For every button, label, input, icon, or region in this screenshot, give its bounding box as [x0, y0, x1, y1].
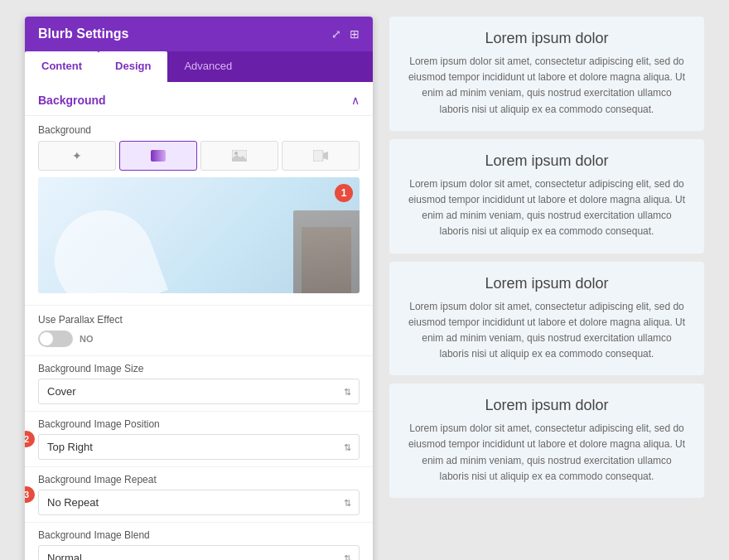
badge-1: 1 [335, 184, 353, 202]
columns-icon[interactable]: ⊞ [350, 27, 360, 41]
blurb-card-1: Lorem ipsum dolor Lorem ipsum dolor sit … [389, 17, 704, 131]
chevron-up-icon[interactable]: ∧ [351, 94, 360, 107]
blurb-card-3-text: Lorem ipsum dolor sit amet, consectetur … [406, 299, 688, 363]
svg-point-2 [234, 152, 238, 155]
image-position-label: Background Image Position [38, 418, 360, 430]
blurb-card-3: Lorem ipsum dolor Lorem ipsum dolor sit … [389, 262, 704, 376]
blurb-card-2-title: Lorem ipsum dolor [406, 152, 688, 170]
image-blend-group: Background Image Blend Normal Multiply S… [25, 522, 373, 560]
image-repeat-select-wrapper: No Repeat Repeat Repeat X Repeat Y [38, 490, 360, 515]
panel-body: Background ∧ Background ✦ 1 [25, 82, 373, 560]
parallax-section: Use Parallax Effect NO [25, 305, 373, 355]
image-blend-select-wrapper: Normal Multiply Screen Overlay [38, 545, 360, 560]
bg-gradient-btn[interactable] [119, 141, 197, 171]
blurb-card-4: Lorem ipsum dolor Lorem ipsum dolor sit … [389, 384, 704, 498]
image-blend-label: Background Image Blend [38, 529, 360, 541]
tab-design[interactable]: Design [99, 51, 167, 82]
image-blend-select[interactable]: Normal Multiply Screen Overlay [38, 545, 360, 560]
blurb-card-1-text: Lorem ipsum dolor sit amet, consectetur … [406, 54, 688, 118]
bg-video-btn[interactable] [282, 141, 360, 171]
badge-2: 2 [25, 431, 35, 447]
image-position-select-wrapper: Top Right Top Left Center Bottom Right [38, 434, 360, 460]
panel-tabs: Content Design Advanced [25, 51, 373, 82]
bg-preview-shape [41, 196, 168, 293]
bg-color-btn[interactable]: ✦ [38, 141, 116, 171]
image-position-group: 2 Background Image Position Top Right To… [25, 411, 373, 466]
image-repeat-select[interactable]: No Repeat Repeat Repeat X Repeat Y [38, 490, 360, 515]
bg-type-buttons: ✦ [38, 141, 360, 171]
parallax-toggle[interactable] [38, 331, 73, 347]
tab-content[interactable]: Content [25, 51, 99, 82]
bg-type-group: Background ✦ 1 [25, 116, 373, 305]
badge-3: 3 [25, 486, 35, 503]
image-repeat-label: Background Image Repeat [38, 474, 360, 485]
parallax-label: Use Parallax Effect [38, 314, 360, 326]
panel-title: Blurb Settings [38, 27, 128, 41]
svg-rect-0 [151, 150, 166, 162]
settings-panel: Blurb Settings ⤢ ⊞ Content Design Advanc… [25, 17, 373, 560]
bg-label: Background [38, 124, 360, 136]
image-size-label: Background Image Size [38, 363, 360, 374]
section-title: Background [38, 94, 106, 107]
panel-header: Blurb Settings ⤢ ⊞ [25, 17, 373, 51]
toggle-row: NO [38, 331, 360, 347]
expand-icon[interactable]: ⤢ [331, 27, 341, 41]
image-size-select[interactable]: Cover Contain Auto [38, 379, 360, 404]
toggle-text: NO [80, 334, 94, 344]
image-size-group: Background Image Size Cover Contain Auto [25, 355, 373, 411]
blurb-card-2-text: Lorem ipsum dolor sit amet, consectetur … [406, 176, 688, 240]
tab-advanced[interactable]: Advanced [167, 51, 249, 82]
svg-rect-3 [313, 150, 323, 162]
blurb-card-4-title: Lorem ipsum dolor [406, 397, 688, 414]
blurb-card-4-text: Lorem ipsum dolor sit amet, consectetur … [406, 421, 688, 485]
blurb-card-2: Lorem ipsum dolor Lorem ipsum dolor sit … [389, 139, 704, 253]
image-size-select-wrapper: Cover Contain Auto [38, 379, 360, 404]
blurb-card-3-title: Lorem ipsum dolor [406, 275, 688, 292]
bg-image-btn[interactable] [200, 141, 278, 171]
blurb-cards: Lorem ipsum dolor Lorem ipsum dolor sit … [389, 17, 704, 498]
image-position-select[interactable]: Top Right Top Left Center Bottom Right [38, 434, 360, 460]
section-header: Background ∧ [25, 82, 373, 116]
image-repeat-group: 3 Background Image Repeat No Repeat Repe… [25, 466, 373, 522]
bg-preview: 1 [38, 177, 360, 293]
panel-header-icons: ⤢ ⊞ [331, 27, 360, 41]
blurb-card-1-title: Lorem ipsum dolor [406, 30, 688, 47]
